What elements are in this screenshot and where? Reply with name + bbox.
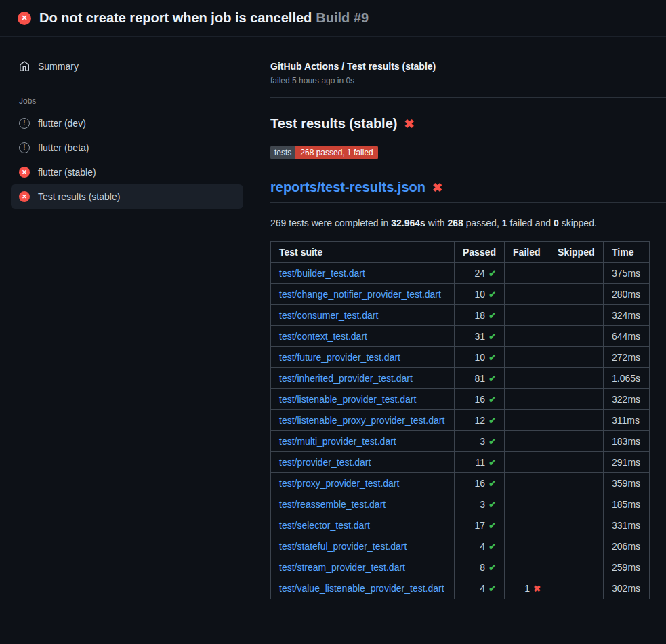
suite-link[interactable]: test/inherited_provider_test.dart — [279, 373, 413, 384]
time-cell: 375ms — [604, 263, 650, 284]
skipped-cell — [549, 368, 604, 389]
check-icon: ✔ — [488, 521, 496, 531]
table-row: test/reassemble_test.dart3✔185ms — [271, 494, 650, 515]
passed-cell-count: 10 — [475, 289, 486, 300]
check-icon: ✔ — [488, 289, 496, 300]
x-icon: ✖ — [533, 584, 541, 594]
time-cell: 1.065s — [604, 368, 650, 389]
check-icon: ✔ — [488, 500, 496, 510]
time-cell: 302ms — [604, 578, 650, 599]
skipped-cell — [549, 305, 604, 326]
suite-link[interactable]: test/value_listenable_provider_test.dart — [279, 583, 444, 594]
suite-cell: test/proxy_provider_test.dart — [271, 473, 455, 494]
check-icon: ✔ — [488, 479, 496, 489]
time-cell: 644ms — [604, 326, 650, 347]
suite-link[interactable]: test/stream_provider_test.dart — [279, 562, 405, 573]
badge-value: 268 passed, 1 failed — [295, 146, 377, 159]
main-content: GitHub Actions / Test results (stable) f… — [254, 37, 666, 599]
skipped-cell — [549, 431, 604, 452]
suite-link[interactable]: test/change_notifier_provider_test.dart — [279, 289, 441, 300]
suite-link[interactable]: test/context_test.dart — [279, 331, 367, 342]
suite-link[interactable]: test/stateful_provider_test.dart — [279, 541, 407, 552]
failed-status-icon: ✕ — [19, 167, 30, 178]
breadcrumb: GitHub Actions / Test results (stable) — [270, 61, 666, 72]
summary-duration: 32.964s — [391, 218, 425, 228]
sidebar-job-label: flutter (stable) — [38, 167, 96, 178]
check-icon: ✔ — [488, 542, 496, 552]
suite-link[interactable]: test/listenable_provider_test.dart — [279, 394, 416, 405]
sidebar-item-summary[interactable]: Summary — [11, 54, 243, 79]
suite-cell: test/inherited_provider_test.dart — [271, 368, 455, 389]
skipped-cell — [549, 410, 604, 431]
time-cell: 324ms — [604, 305, 650, 326]
failed-cell — [505, 473, 549, 494]
passed-cell: 8✔ — [455, 557, 505, 578]
table-row: test/provider_test.dart11✔291ms — [271, 452, 650, 473]
passed-cell-count: 11 — [476, 457, 486, 468]
skipped-cell — [549, 473, 604, 494]
suite-cell: test/listenable_provider_test.dart — [271, 389, 455, 410]
skipped-cell — [549, 452, 604, 473]
summary-line: 269 tests were completed in 32.964s with… — [270, 218, 666, 228]
skipped-cell — [549, 284, 604, 305]
report-link[interactable]: reports/test-results.json — [270, 180, 425, 195]
table-row: test/selector_test.dart17✔331ms — [271, 515, 650, 536]
skipped-cell — [549, 347, 604, 368]
passed-cell-count: 3 — [480, 436, 485, 447]
suite-link[interactable]: test/future_provider_test.dart — [279, 352, 400, 363]
time-cell: 280ms — [604, 284, 650, 305]
suite-link[interactable]: test/provider_test.dart — [279, 457, 371, 468]
page-title: Do not create report when job is cancell… — [39, 10, 369, 26]
suite-link[interactable]: test/reassemble_test.dart — [279, 499, 386, 510]
time-cell: 259ms — [604, 557, 650, 578]
failed-cell — [505, 431, 549, 452]
suite-link[interactable]: test/consumer_test.dart — [279, 310, 378, 321]
passed-cell-count: 31 — [475, 331, 486, 342]
build-number: Build #9 — [316, 10, 369, 25]
sidebar-job-flutter-beta[interactable]: !flutter (beta) — [11, 136, 243, 160]
build-header: ✕ Do not create report when job is cance… — [0, 0, 666, 37]
skipped-cell — [549, 494, 604, 515]
passed-cell-count: 16 — [475, 394, 486, 405]
suite-cell: test/provider_test.dart — [271, 452, 455, 473]
sidebar-job-flutter-stable[interactable]: ✕flutter (stable) — [11, 160, 243, 184]
failed-cell — [505, 389, 549, 410]
sidebar-summary-label: Summary — [38, 61, 79, 72]
summary-text: failed and — [507, 218, 554, 228]
table-row: test/consumer_test.dart18✔324ms — [271, 305, 650, 326]
check-icon: ✔ — [488, 374, 496, 384]
time-cell: 291ms — [604, 452, 650, 473]
test-results-table: Test suite Passed Failed Skipped Time te… — [270, 241, 650, 599]
failed-x-icon: ✖ — [432, 182, 442, 194]
skipped-cell — [549, 578, 604, 599]
passed-cell: 11✔ — [455, 452, 505, 473]
suite-link[interactable]: test/builder_test.dart — [279, 268, 365, 279]
table-row: test/listenable_provider_test.dart16✔322… — [271, 389, 650, 410]
table-row: test/change_notifier_provider_test.dart1… — [271, 284, 650, 305]
table-row: test/builder_test.dart24✔375ms — [271, 263, 650, 284]
suite-link[interactable]: test/selector_test.dart — [279, 520, 370, 531]
suite-link[interactable]: test/listenable_proxy_provider_test.dart — [279, 415, 444, 426]
suite-link[interactable]: test/proxy_provider_test.dart — [279, 478, 399, 489]
jobs-section-heading: Jobs — [19, 96, 243, 106]
time-cell: 185ms — [604, 494, 650, 515]
suite-link[interactable]: test/multi_provider_test.dart — [279, 436, 396, 447]
table-row: test/multi_provider_test.dart3✔183ms — [271, 431, 650, 452]
skipped-cell — [549, 557, 604, 578]
failed-cell — [505, 494, 549, 515]
column-header-passed: Passed — [455, 242, 505, 263]
passed-cell: 18✔ — [455, 305, 505, 326]
skipped-cell — [549, 389, 604, 410]
check-icon: ✔ — [488, 395, 496, 405]
suite-cell: test/reassemble_test.dart — [271, 494, 455, 515]
failed-x-icon: ✖ — [404, 118, 414, 130]
sidebar-job-test-results-stable[interactable]: ✕Test results (stable) — [11, 184, 243, 209]
report-title: reports/test-results.json ✖ — [270, 180, 666, 203]
table-row: test/stateful_provider_test.dart4✔206ms — [271, 536, 650, 557]
sidebar-job-flutter-dev[interactable]: !flutter (dev) — [11, 111, 243, 136]
build-title: Do not create report when job is cancell… — [39, 10, 312, 25]
suite-cell: test/stateful_provider_test.dart — [271, 536, 455, 557]
passed-cell: 4✔ — [455, 536, 505, 557]
failed-cell — [505, 515, 549, 536]
check-icon: ✔ — [488, 331, 496, 342]
